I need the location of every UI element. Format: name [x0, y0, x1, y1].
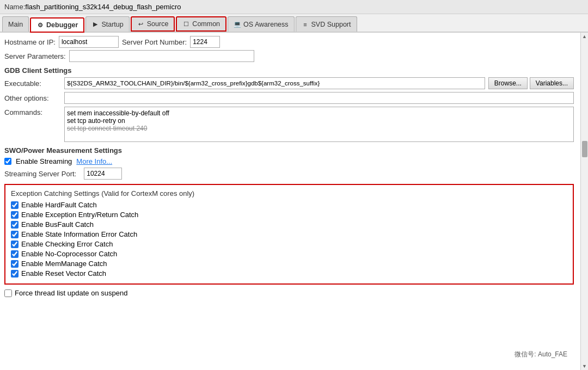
executable-row: Executable: Browse... Variables...	[4, 77, 574, 89]
cb-row-2: Enable BusFault Catch	[11, 220, 567, 229]
tab-svd-label: SVD Support	[311, 21, 351, 28]
tabs-bar: Main ⚙ Debugger ▶ Startup ↩ Source ☐ Com…	[0, 14, 588, 33]
scrollbar[interactable]: ▲ ▼	[580, 33, 588, 370]
cb-row-6: Enable MemManage Catch	[11, 260, 567, 268]
tab-source[interactable]: ↩ Source	[131, 16, 175, 32]
exception-entry-label: Enable Exception Entry/Return Catch	[21, 211, 138, 219]
other-options-label: Other options:	[4, 94, 64, 102]
common-icon: ☐	[182, 20, 190, 28]
reset-vector-checkbox[interactable]	[11, 270, 19, 278]
scroll-up-arrow[interactable]: ▲	[582, 34, 587, 39]
hardfault-label: Enable HardFault Catch	[21, 201, 97, 209]
busfault-checkbox[interactable]	[11, 221, 19, 229]
command-line-2: set tcp auto-retry on	[67, 117, 571, 125]
state-info-label: Enable State Information Error Catch	[21, 230, 137, 238]
exception-title: Exception Catching Settings (Valid for C…	[11, 189, 567, 198]
cb-row-5: Enable No-Coprocessor Catch	[11, 250, 567, 258]
checking-error-label: Enable Checking Error Catch	[21, 240, 113, 248]
reset-vector-label: Enable Reset Vector Catch	[21, 269, 106, 278]
browse-button[interactable]: Browse...	[488, 77, 528, 89]
os-icon: 💻	[234, 21, 241, 28]
tab-debugger[interactable]: ⚙ Debugger	[30, 17, 84, 33]
memmanage-label: Enable MemManage Catch	[21, 260, 107, 268]
port-label: Server Port Number:	[122, 38, 187, 46]
state-info-checkbox[interactable]	[11, 231, 19, 238]
command-line-1: set mem inaccessible-by-default off	[67, 109, 571, 117]
main-window: Name: flash_partitioning_s32k144_debug_f…	[0, 0, 588, 370]
cb-row-0: Enable HardFault Catch	[11, 201, 567, 209]
cb-row-1: Enable Exception Entry/Return Catch	[11, 211, 567, 219]
enable-streaming-label: Enable Streaming	[16, 157, 72, 165]
hostname-label: Hostname or IP:	[4, 38, 56, 46]
executable-input[interactable]	[64, 77, 485, 89]
swo-section: SWO/Power Measurement Settings Enable St…	[4, 146, 574, 180]
exception-box: Exception Catching Settings (Valid for C…	[4, 184, 574, 285]
server-params-row: Server Parameters:	[4, 50, 574, 62]
other-options-input[interactable]	[64, 92, 574, 104]
scroll-down-arrow[interactable]: ▼	[582, 363, 587, 369]
tab-source-label: Source	[147, 20, 169, 28]
command-line-3: set tcp connect-timeout 240	[67, 125, 571, 132]
other-options-row: Other options:	[4, 92, 574, 104]
tab-svd-support[interactable]: ≡ SVD Support	[296, 16, 357, 32]
enable-streaming-checkbox[interactable]	[4, 158, 11, 165]
main-area: Hostname or IP: Server Port Number: Serv…	[0, 33, 588, 370]
force-thread-checkbox[interactable]	[4, 289, 12, 297]
tab-os-awareness[interactable]: 💻 OS Awareness	[228, 16, 294, 32]
more-info-link[interactable]: More Info...	[76, 157, 112, 165]
tab-debugger-label: Debugger	[46, 21, 78, 29]
server-params-label: Server Parameters:	[4, 52, 66, 60]
title-bar: Name: flash_partitioning_s32k144_debug_f…	[0, 0, 588, 14]
server-params-input[interactable]	[69, 50, 254, 62]
port-input[interactable]	[190, 36, 220, 48]
gdb-section-header: GDB Client Settings	[4, 66, 574, 75]
no-coprocessor-checkbox[interactable]	[11, 250, 19, 258]
tab-startup-label: Startup	[101, 21, 123, 28]
hostname-input[interactable]	[59, 36, 119, 48]
tab-startup[interactable]: ▶ Startup	[85, 16, 129, 32]
swo-title: SWO/Power Measurement Settings	[4, 146, 574, 155]
tab-main[interactable]: Main	[2, 16, 29, 32]
force-thread-label: Force thread list update on suspend	[15, 289, 127, 297]
name-label: Name:	[4, 3, 25, 11]
config-name: flash_partitioning_s32k144_debug_flash_p…	[25, 3, 181, 11]
streaming-port-input[interactable]	[84, 168, 122, 180]
executable-label: Executable:	[4, 79, 64, 88]
force-thread-row: Force thread list update on suspend	[4, 289, 574, 297]
tab-common-label: Common	[192, 20, 220, 28]
top-fields: Hostname or IP: Server Port Number: Serv…	[4, 36, 574, 62]
tab-common[interactable]: ☐ Common	[176, 16, 226, 32]
tab-main-label: Main	[8, 21, 23, 28]
cb-row-4: Enable Checking Error Catch	[11, 240, 567, 248]
exception-entry-checkbox[interactable]	[11, 211, 19, 219]
busfault-label: Enable BusFault Catch	[21, 220, 94, 229]
startup-icon: ▶	[91, 21, 99, 28]
checking-error-checkbox[interactable]	[11, 240, 19, 248]
svd-icon: ≡	[302, 21, 309, 28]
scroll-thumb[interactable]	[582, 141, 587, 157]
watermark: 微信号: Auto_FAE	[510, 348, 572, 361]
hardfault-checkbox[interactable]	[11, 201, 19, 209]
cb-row-7: Enable Reset Vector Catch	[11, 269, 567, 278]
variables-button[interactable]: Variables...	[530, 77, 574, 89]
commands-textarea[interactable]: set mem inaccessible-by-default off set …	[64, 107, 574, 142]
cb-row-3: Enable State Information Error Catch	[11, 230, 567, 238]
no-coprocessor-label: Enable No-Coprocessor Catch	[21, 250, 117, 258]
streaming-row: Enable Streaming More Info...	[4, 157, 574, 165]
source-icon: ↩	[137, 20, 145, 28]
hostname-row: Hostname or IP: Server Port Number:	[4, 36, 574, 48]
content-area: Hostname or IP: Server Port Number: Serv…	[0, 33, 580, 370]
streaming-port-label: Streaming Server Port:	[4, 170, 76, 178]
memmanage-checkbox[interactable]	[11, 260, 19, 268]
streaming-port-row: Streaming Server Port:	[4, 168, 574, 180]
commands-row: Commands: set mem inaccessible-by-defaul…	[4, 107, 574, 142]
commands-label: Commands:	[4, 107, 64, 116]
debugger-icon: ⚙	[36, 21, 44, 29]
tab-os-label: OS Awareness	[243, 21, 288, 28]
